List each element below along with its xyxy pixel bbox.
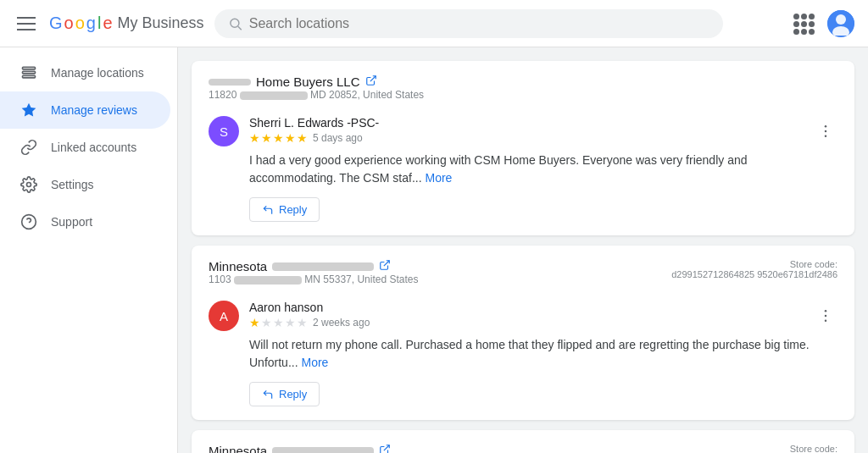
sidebar-label-support: Support (51, 215, 92, 229)
svg-point-9 (27, 183, 31, 187)
logo-e: e (103, 14, 112, 33)
reviewer-info-2: Aaron hanson ★ ★ ★ ★ ★ 2 weeks ago (249, 301, 837, 406)
reply-button-1[interactable]: Reply (249, 197, 320, 222)
external-link-icon-1[interactable] (365, 75, 377, 89)
external-link-icon-3[interactable] (379, 444, 391, 453)
reply-icon-2 (262, 389, 274, 401)
logo-g: G (49, 14, 63, 33)
sidebar-item-manage-locations[interactable]: Manage locations (0, 54, 170, 91)
business-addr-1: 11820 MD 20852, United States (209, 89, 424, 101)
business-name-2: Minnesota (209, 259, 418, 273)
reviewer-name-2: Aaron hanson (249, 301, 370, 314)
sidebar-label-linked-accounts: Linked accounts (51, 141, 136, 154)
review-card-1: Home Buyers LLC 11820 MD 20852, United S… (192, 61, 854, 235)
svg-point-17 (825, 310, 827, 312)
hamburger-menu[interactable] (14, 14, 39, 34)
stars-2: ★ ★ ★ ★ ★ (249, 316, 308, 329)
business-name-text-2: Minnesota (209, 259, 267, 273)
sidebar-label-settings: Settings (51, 178, 94, 191)
svg-point-14 (825, 130, 827, 133)
main-content: Home Buyers LLC 11820 MD 20852, United S… (178, 47, 868, 453)
logo-brand: My Business (118, 14, 204, 32)
sidebar-item-manage-reviews[interactable]: Manage reviews (0, 91, 170, 129)
user-avatar[interactable] (827, 10, 854, 37)
card-header-2: Minnesota 1103 MN 55337, United States S… (209, 259, 837, 294)
review-date-2: 2 weeks ago (313, 317, 370, 329)
reply-label-1: Reply (279, 203, 307, 216)
business-addr-2: 1103 MN 55337, United States (209, 273, 418, 285)
main-layout: Manage locations Manage reviews Linked a… (0, 47, 868, 453)
star-2-1: ★ (249, 316, 260, 329)
svg-line-1 (237, 26, 241, 30)
star-2-2: ★ (261, 316, 272, 329)
svg-rect-6 (23, 71, 36, 74)
avatar-image (827, 10, 854, 37)
link-icon (20, 139, 37, 156)
sidebar-label-manage-reviews: Manage reviews (51, 103, 137, 117)
svg-point-15 (825, 135, 827, 138)
reviewer-avatar-1: S (209, 116, 239, 146)
list-icon (20, 64, 37, 81)
external-link-icon-2[interactable] (379, 259, 391, 273)
business-name-text-3: Minnesota (209, 444, 267, 453)
svg-point-13 (825, 125, 827, 128)
sidebar-item-support[interactable]: Support (0, 203, 170, 240)
svg-point-18 (825, 315, 827, 318)
svg-line-16 (384, 261, 389, 266)
star-icon (20, 102, 37, 119)
svg-rect-7 (23, 75, 36, 78)
star-2-5: ★ (297, 316, 308, 329)
svg-rect-5 (23, 67, 36, 69)
blurred-biz-2 (272, 262, 374, 271)
reply-label-2: Reply (279, 388, 307, 401)
sidebar-item-linked-accounts[interactable]: Linked accounts (0, 129, 170, 166)
svg-line-12 (370, 76, 375, 81)
review-more-link-1[interactable]: More (426, 171, 453, 185)
review-text-1: I had a very good experience working wit… (249, 152, 837, 187)
reviewer-avatar-2: A (209, 301, 239, 331)
app-logo: Google My Business (49, 14, 204, 33)
search-bar[interactable] (214, 9, 723, 38)
apps-grid-icon[interactable] (793, 14, 814, 34)
store-code-3: Store code:d299152712864825 9520e67181df… (671, 444, 837, 453)
business-name-3: Minnesota (209, 444, 418, 453)
reply-button-2[interactable]: Reply (249, 382, 320, 406)
card-header-1: Home Buyers LLC 11820 MD 20852, United S… (209, 75, 837, 109)
svg-point-19 (825, 320, 827, 323)
review-date-1: 5 days ago (313, 132, 363, 144)
logo-l: l (97, 14, 101, 33)
business-info-2: Minnesota 1103 MN 55337, United States (209, 259, 418, 294)
reviewer-info-1: Sherri L. Edwards -PSC- ★ ★ ★ ★ ★ 5 days… (249, 116, 837, 222)
sidebar-label-manage-locations: Manage locations (51, 66, 144, 80)
logo-g2: g (86, 14, 96, 33)
svg-point-0 (230, 19, 238, 27)
blurred-biz-3 (272, 447, 374, 454)
topbar: Google My Business (0, 0, 868, 47)
help-icon (20, 213, 37, 230)
more-options-2[interactable] (814, 304, 837, 328)
review-card-2: Minnesota 1103 MN 55337, United States S… (192, 246, 854, 420)
reviewer-name-1: Sherri L. Edwards -PSC- (249, 116, 379, 130)
reply-icon-1 (262, 204, 274, 216)
svg-line-20 (384, 445, 389, 450)
business-name-1: Home Buyers LLC (209, 75, 424, 89)
star-1-4: ★ (285, 131, 296, 145)
more-options-1[interactable] (814, 119, 837, 143)
star-1-5: ★ (297, 131, 308, 145)
logo-o2: o (75, 14, 85, 33)
star-2-4: ★ (285, 316, 296, 329)
logo-o1: o (64, 14, 74, 33)
blurred-addr-1 (240, 91, 308, 100)
gear-icon (20, 176, 37, 193)
svg-marker-8 (22, 103, 36, 117)
search-input[interactable] (249, 16, 709, 31)
review-body-1: S Sherri L. Edwards -PSC- ★ ★ ★ ★ (209, 116, 837, 222)
star-2-3: ★ (273, 316, 284, 329)
topbar-right (793, 10, 854, 37)
sidebar-item-settings[interactable]: Settings (0, 166, 170, 203)
review-more-link-2[interactable]: More (301, 356, 328, 369)
review-text-2: Will not return my phone call. Purchased… (249, 336, 837, 372)
business-name-text-1: Home Buyers LLC (256, 75, 360, 89)
blurred-addr-2 (234, 276, 302, 285)
svg-point-3 (836, 14, 846, 25)
